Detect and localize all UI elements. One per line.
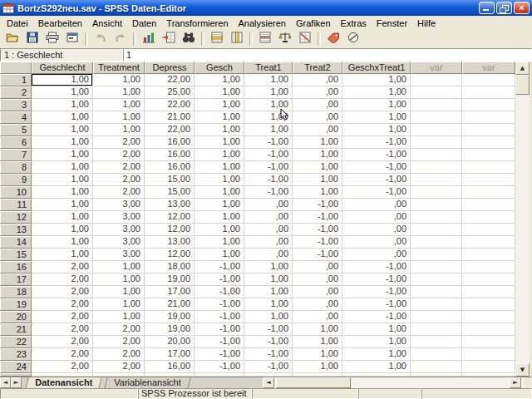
row-header-5[interactable]: 5 xyxy=(0,124,32,136)
data-cell[interactable]: 1,00 xyxy=(93,124,145,136)
data-cell[interactable] xyxy=(411,149,462,161)
data-cell[interactable]: 1,00 xyxy=(293,336,342,348)
data-cell[interactable]: ,00 xyxy=(244,211,293,224)
column-header-gesch[interactable]: Gesch xyxy=(195,62,244,74)
data-cell[interactable] xyxy=(462,348,515,361)
data-cell[interactable]: -1,00 xyxy=(244,149,293,161)
cell-editor[interactable]: 1 xyxy=(123,48,532,62)
data-cell[interactable]: 25,00 xyxy=(145,86,195,99)
tab-datenansicht[interactable]: Datenansicht xyxy=(25,377,102,389)
data-cell[interactable]: 1,00 xyxy=(32,249,93,261)
data-cell[interactable]: 1,00 xyxy=(32,124,93,136)
menu-item-grafiken[interactable]: Grafiken xyxy=(291,17,336,30)
data-cell[interactable] xyxy=(411,224,462,236)
data-cell[interactable]: ,00 xyxy=(244,199,293,211)
row-header-23[interactable]: 23 xyxy=(0,348,32,361)
data-cell[interactable] xyxy=(411,99,462,111)
data-cell[interactable] xyxy=(462,236,515,249)
data-cell[interactable]: 2,00 xyxy=(32,311,93,323)
select-cases-button[interactable] xyxy=(295,30,315,48)
data-cell[interactable]: 1,00 xyxy=(32,74,93,86)
data-cell[interactable]: 1,00 xyxy=(195,211,244,224)
data-cell[interactable] xyxy=(411,311,462,323)
data-cell[interactable]: 3,00 xyxy=(93,224,145,236)
data-cell[interactable]: 1,00 xyxy=(93,86,145,99)
data-cell[interactable]: 1,00 xyxy=(195,174,244,186)
data-cell[interactable]: -1,00 xyxy=(293,211,342,224)
row-header-10[interactable]: 10 xyxy=(0,186,32,199)
weight-cases-button[interactable] xyxy=(275,30,295,48)
data-cell[interactable]: 1,00 xyxy=(293,149,342,161)
data-cell[interactable]: ,00 xyxy=(244,249,293,261)
data-cell[interactable] xyxy=(411,236,462,249)
data-cell[interactable] xyxy=(462,224,515,236)
dialog-recall-button[interactable] xyxy=(62,30,82,48)
data-cell[interactable] xyxy=(411,174,462,186)
insert-variable-button[interactable] xyxy=(227,30,247,48)
data-cell[interactable]: 3,00 xyxy=(93,249,145,261)
data-cell[interactable] xyxy=(462,249,515,261)
data-cell[interactable]: 1,00 xyxy=(244,86,293,99)
data-cell[interactable]: -1,00 xyxy=(244,136,293,149)
data-cell[interactable]: 1,00 xyxy=(342,361,411,373)
data-cell[interactable]: 2,00 xyxy=(32,286,93,298)
data-cell[interactable]: -1,00 xyxy=(342,286,411,298)
data-cell[interactable]: 1,00 xyxy=(342,323,411,336)
data-cell[interactable]: -1,00 xyxy=(195,261,244,273)
data-cell[interactable] xyxy=(462,323,515,336)
data-cell[interactable]: 1,00 xyxy=(244,124,293,136)
data-cell[interactable]: -1,00 xyxy=(342,273,411,286)
data-cell[interactable]: 13,00 xyxy=(145,199,195,211)
data-cell[interactable] xyxy=(411,336,462,348)
row-header-19[interactable]: 19 xyxy=(0,298,32,311)
data-cell[interactable]: 2,00 xyxy=(93,149,145,161)
data-cell[interactable]: 1,00 xyxy=(93,111,145,124)
data-cell[interactable]: -1,00 xyxy=(293,236,342,249)
data-cell[interactable]: 1,00 xyxy=(342,74,411,86)
tab-scroll-left-icon[interactable]: ◄ xyxy=(0,377,11,388)
vertical-scroll-thumb[interactable] xyxy=(515,75,530,95)
row-header-7[interactable]: 7 xyxy=(0,149,32,161)
data-cell[interactable]: ,00 xyxy=(293,298,342,311)
data-cell[interactable]: 16,00 xyxy=(145,149,195,161)
data-cell[interactable]: 2,00 xyxy=(32,361,93,373)
data-cell[interactable] xyxy=(462,211,515,224)
data-cell[interactable]: 1,00 xyxy=(93,311,145,323)
data-cell[interactable] xyxy=(462,174,515,186)
data-cell[interactable]: 1,00 xyxy=(93,286,145,298)
data-cell[interactable]: ,00 xyxy=(293,111,342,124)
data-cell[interactable]: 1,00 xyxy=(342,86,411,99)
data-cell[interactable] xyxy=(411,249,462,261)
data-cell[interactable] xyxy=(411,124,462,136)
menu-item-extras[interactable]: Extras xyxy=(336,17,372,30)
data-cell[interactable]: 12,00 xyxy=(145,249,195,261)
column-header-var-8[interactable]: var xyxy=(462,62,515,74)
menu-item-fenster[interactable]: Fenster xyxy=(372,17,412,30)
data-cell[interactable]: -1,00 xyxy=(342,174,411,186)
find-button[interactable] xyxy=(179,30,199,48)
row-header-24[interactable]: 24 xyxy=(0,361,32,373)
data-cell[interactable]: 2,00 xyxy=(93,336,145,348)
data-cell[interactable]: 1,00 xyxy=(293,161,342,174)
use-sets-button[interactable] xyxy=(343,30,363,48)
data-cell[interactable]: 1,00 xyxy=(342,111,411,124)
data-cell[interactable]: 1,00 xyxy=(293,174,342,186)
data-cell[interactable]: -1,00 xyxy=(195,298,244,311)
data-cell[interactable]: 1,00 xyxy=(93,298,145,311)
data-cell[interactable] xyxy=(462,149,515,161)
data-cell[interactable]: 1,00 xyxy=(32,199,93,211)
data-cell[interactable]: 1,00 xyxy=(342,348,411,361)
data-cell[interactable]: 1,00 xyxy=(195,149,244,161)
data-cell[interactable] xyxy=(462,124,515,136)
data-cell[interactable]: 1,00 xyxy=(32,136,93,149)
data-cell[interactable] xyxy=(462,99,515,111)
data-cell[interactable]: -1,00 xyxy=(244,348,293,361)
print-button[interactable] xyxy=(42,30,62,48)
row-header-13[interactable]: 13 xyxy=(0,224,32,236)
data-cell[interactable]: 16,00 xyxy=(145,161,195,174)
data-cell[interactable] xyxy=(462,199,515,211)
scroll-down-icon[interactable]: ▼ xyxy=(515,363,530,377)
data-cell[interactable]: 2,00 xyxy=(93,186,145,199)
data-cell[interactable] xyxy=(411,74,462,86)
title-bar[interactable]: BortzS292neu.sav - SPSS Daten-Editor × xyxy=(0,0,532,16)
